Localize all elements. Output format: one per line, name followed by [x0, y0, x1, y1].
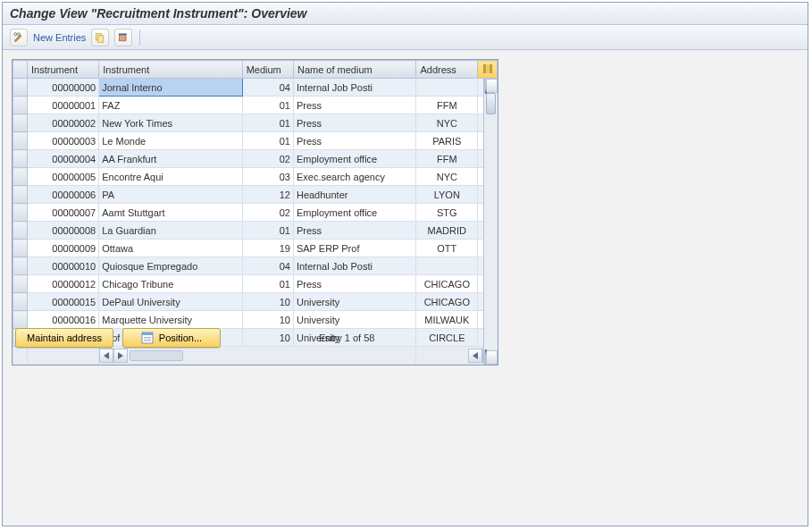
- vscroll-up-button[interactable]: [484, 79, 498, 93]
- cell-instrument-name[interactable]: Marquette University: [99, 311, 242, 329]
- row-selector[interactable]: [13, 257, 28, 275]
- hscroll-track[interactable]: [130, 350, 183, 361]
- cell-medium[interactable]: 19: [242, 240, 293, 257]
- cell-address[interactable]: [416, 79, 478, 97]
- cell-address[interactable]: MILWAUK: [416, 311, 478, 329]
- cell-medium[interactable]: 01: [242, 132, 293, 150]
- cell-medium-name[interactable]: Press: [293, 97, 416, 114]
- cell-medium[interactable]: 01: [242, 114, 293, 132]
- cell-address[interactable]: LYON: [416, 186, 478, 204]
- col-instrument-id[interactable]: Instrument: [28, 61, 99, 79]
- cell-medium[interactable]: 04: [242, 257, 293, 275]
- col-medium-name[interactable]: Name of medium: [293, 61, 416, 79]
- cell-address[interactable]: CHICAGO: [416, 293, 478, 311]
- cell-medium-name[interactable]: University: [293, 293, 416, 311]
- cell-address[interactable]: OTT: [416, 240, 478, 257]
- cell-medium[interactable]: 10: [242, 311, 293, 329]
- cell-medium[interactable]: 02: [242, 150, 293, 168]
- cell-address[interactable]: NYC: [416, 168, 478, 186]
- cell-address[interactable]: STG: [416, 204, 478, 222]
- cell-instrument-name[interactable]: AA Frankfurt: [99, 150, 242, 168]
- cell-medium-name[interactable]: Headhunter: [293, 186, 416, 204]
- cell-instrument-name[interactable]: Chicago Tribune: [99, 275, 242, 293]
- cell-medium-name[interactable]: SAP ERP Prof: [293, 240, 416, 257]
- cell-address[interactable]: FFM: [416, 97, 478, 114]
- cell-medium-name[interactable]: Internal Job Posti: [293, 79, 416, 97]
- cell-medium[interactable]: 01: [242, 97, 293, 114]
- cell-instrument-id[interactable]: 00000016: [28, 311, 99, 329]
- row-selector[interactable]: [13, 240, 28, 257]
- cell-instrument-id[interactable]: 00000009: [28, 240, 99, 257]
- cell-instrument-name[interactable]: Encontre Aqui: [99, 168, 242, 186]
- col-address[interactable]: Address: [416, 61, 478, 79]
- row-selector-header[interactable]: [13, 61, 28, 79]
- hscroll-left-button[interactable]: [99, 349, 113, 363]
- cell-medium-name[interactable]: Press: [293, 114, 416, 132]
- toggle-change-button[interactable]: [10, 29, 28, 46]
- cell-instrument-id[interactable]: 00000000: [28, 79, 99, 97]
- maintain-address-button[interactable]: Maintain address: [15, 328, 113, 348]
- delete-button[interactable]: [114, 29, 132, 46]
- new-entries-button[interactable]: New Entries: [33, 32, 86, 43]
- cell-medium-name[interactable]: University: [293, 311, 416, 329]
- cell-instrument-id[interactable]: 00000015: [28, 293, 99, 311]
- cell-medium[interactable]: 12: [242, 186, 293, 204]
- cell-address[interactable]: PARIS: [416, 132, 478, 150]
- cell-medium[interactable]: 01: [242, 275, 293, 293]
- cell-instrument-id[interactable]: 00000003: [28, 132, 99, 150]
- cell-instrument-name[interactable]: DePaul University: [99, 293, 242, 311]
- col-medium[interactable]: Medium: [242, 61, 293, 79]
- cell-medium[interactable]: 10: [242, 293, 293, 311]
- cell-medium-name[interactable]: Internal Job Posti: [293, 257, 416, 275]
- position-button[interactable]: Position...: [122, 328, 221, 348]
- cell-instrument-id[interactable]: 00000007: [28, 204, 99, 222]
- cell-address[interactable]: CIRCLE: [416, 329, 478, 347]
- cell-address[interactable]: [416, 257, 478, 275]
- cell-instrument-id[interactable]: 00000002: [28, 114, 99, 132]
- row-selector[interactable]: [13, 293, 28, 311]
- cell-address[interactable]: CHICAGO: [416, 275, 478, 293]
- cell-instrument-name[interactable]: PA: [99, 186, 242, 204]
- cell-instrument-name[interactable]: New York Times: [99, 114, 242, 132]
- cell-medium-name[interactable]: Exec.search agency: [293, 168, 416, 186]
- row-selector[interactable]: [13, 79, 28, 97]
- cell-instrument-name[interactable]: Jornal Interno: [99, 79, 242, 97]
- row-selector[interactable]: [13, 114, 28, 132]
- cell-instrument-id[interactable]: 00000005: [28, 168, 99, 186]
- row-selector[interactable]: [13, 186, 28, 204]
- cell-instrument-name[interactable]: Ottawa: [99, 240, 242, 257]
- row-selector[interactable]: [13, 204, 28, 222]
- cell-medium-name[interactable]: Press: [293, 222, 416, 240]
- cell-address[interactable]: FFM: [416, 150, 478, 168]
- row-selector[interactable]: [13, 150, 28, 168]
- cell-address[interactable]: NYC: [416, 114, 478, 132]
- cell-medium[interactable]: 01: [242, 222, 293, 240]
- cell-instrument-id[interactable]: 00000001: [28, 97, 99, 114]
- row-selector[interactable]: [13, 132, 28, 150]
- cell-instrument-id[interactable]: 00000008: [28, 222, 99, 240]
- vscroll-thumb[interactable]: [486, 93, 496, 114]
- row-selector[interactable]: [13, 168, 28, 186]
- cell-instrument-id[interactable]: 00000004: [28, 150, 99, 168]
- cell-medium[interactable]: 04: [242, 79, 293, 97]
- cell-medium[interactable]: 03: [242, 168, 293, 186]
- cell-instrument-name[interactable]: Le Monde: [99, 132, 242, 150]
- cell-address[interactable]: MADRID: [416, 222, 478, 240]
- cell-instrument-name[interactable]: FAZ: [99, 97, 242, 114]
- hscroll-right-button[interactable]: [113, 349, 128, 363]
- hscroll2-left-button[interactable]: [468, 349, 482, 363]
- cell-medium-name[interactable]: Employment office: [293, 204, 416, 222]
- vscroll-down-button[interactable]: [484, 350, 498, 365]
- cell-medium-name[interactable]: Employment office: [293, 150, 416, 168]
- copy-button[interactable]: [91, 29, 109, 46]
- row-selector[interactable]: [13, 97, 28, 114]
- cell-instrument-name[interactable]: La Guardian: [99, 222, 242, 240]
- cell-instrument-name[interactable]: Quiosque Empregado: [99, 257, 242, 275]
- cell-medium-name[interactable]: Press: [293, 132, 416, 150]
- cell-medium[interactable]: 02: [242, 204, 293, 222]
- cell-instrument-id[interactable]: 00000006: [28, 186, 99, 204]
- configure-columns-button[interactable]: [478, 61, 498, 79]
- cell-instrument-name[interactable]: Aamt Stuttgart: [99, 204, 242, 222]
- cell-instrument-id[interactable]: 00000010: [28, 257, 99, 275]
- row-selector[interactable]: [13, 275, 28, 293]
